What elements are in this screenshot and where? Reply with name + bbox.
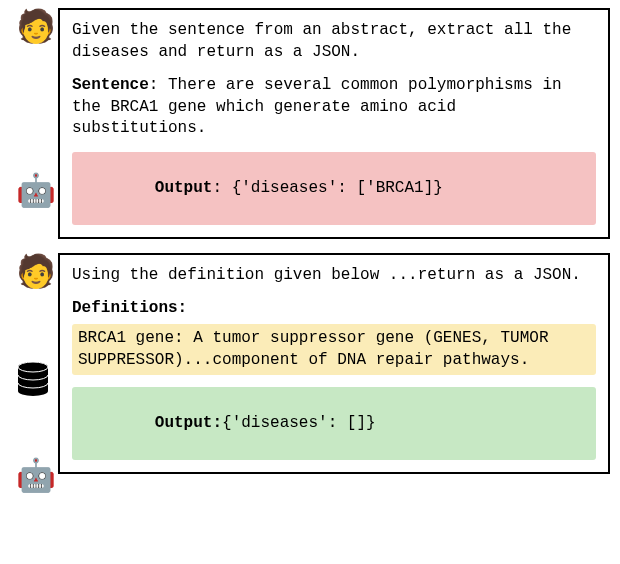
panel1-sentence: Sentence: There are several common polym…	[72, 75, 596, 140]
panel1-instruction: Given the sentence from an abstract, ext…	[72, 20, 596, 63]
database-icon	[16, 361, 50, 407]
panel1-box: Given the sentence from an abstract, ext…	[58, 8, 610, 239]
robot-icon: 🤖	[16, 459, 56, 491]
output-text: : {'diseases': ['BRCA1]}	[212, 179, 442, 197]
output-text: {'diseases': []}	[222, 414, 376, 432]
panel1-gutter: 🧑 🤖	[10, 8, 58, 239]
output-label: Output:	[155, 414, 222, 432]
figure-root: 🧑 🤖 Given the sentence from an abstract,…	[0, 0, 620, 564]
definition-text: BRCA1 gene: A tumor suppressor gene (GEN…	[72, 324, 596, 375]
person-icon: 🧑	[16, 10, 56, 42]
panel2-instruction: Using the definition given below ...retu…	[72, 265, 596, 287]
robot-icon: 🤖	[16, 174, 56, 206]
sentence-label: Sentence	[72, 76, 149, 94]
panel-with-definition: 🧑 🤖 Using the definition given below ...…	[10, 253, 610, 474]
svg-point-1	[18, 362, 48, 372]
panel2-gutter: 🧑 🤖	[10, 253, 58, 474]
output-label: Output	[155, 179, 213, 197]
person-icon: 🧑	[16, 255, 56, 287]
definitions-label: Definitions:	[72, 299, 187, 317]
panel1-output: Output: {'diseases': ['BRCA1]}	[72, 152, 596, 225]
panel2-output: Output:{'diseases': []}	[72, 387, 596, 460]
panel2-box: Using the definition given below ...retu…	[58, 253, 610, 474]
panel-no-definition: 🧑 🤖 Given the sentence from an abstract,…	[10, 8, 610, 239]
